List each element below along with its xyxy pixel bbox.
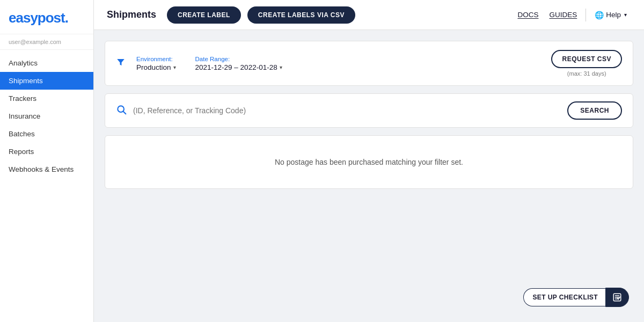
filter-bar: Environment: Production ▾ Date Range: 20… — [105, 41, 633, 86]
svg-line-1 — [123, 111, 126, 114]
environment-filter: Environment: Production ▾ — [136, 56, 176, 71]
sidebar-item-analytics[interactable]: Analytics — [0, 54, 93, 72]
logo-text: easypost. — [9, 10, 68, 26]
globe-icon: 🌐 — [595, 11, 604, 19]
environment-value: Production — [136, 63, 171, 71]
request-csv-button[interactable]: REQUEST CSV — [551, 50, 622, 68]
search-input[interactable] — [133, 106, 561, 115]
topbar: Shipments CREATE LABEL CREATE LABELS VIA… — [94, 0, 644, 30]
date-range-value: 2021-12-29 – 2022-01-28 — [195, 63, 277, 71]
sidebar-item-batches[interactable]: Batches — [0, 125, 93, 143]
content-area: Environment: Production ▾ Date Range: 20… — [94, 30, 644, 322]
sidebar-item-shipments[interactable]: Shipments — [0, 72, 93, 90]
sidebar-nav: Analytics Shipments Trackers Insurance B… — [0, 50, 93, 322]
search-bar: SEARCH — [105, 93, 633, 128]
user-email: user@example.com — [0, 34, 93, 50]
search-icon — [116, 104, 127, 118]
topbar-right: DOCS GUIDES 🌐 Help ▾ — [513, 9, 631, 21]
create-labels-csv-button[interactable]: CREATE LABELS VIA CSV — [247, 6, 355, 24]
empty-state: No postage has been purchased matching y… — [105, 135, 633, 189]
logo: easypost. — [0, 0, 93, 34]
checklist-fab[interactable]: SET UP CHECKLIST — [523, 288, 629, 307]
csv-max-days: (max: 31 days) — [567, 70, 606, 77]
create-label-button[interactable]: CREATE LABEL — [167, 6, 241, 24]
page-title: Shipments — [107, 9, 156, 20]
environment-chevron: ▾ — [173, 64, 176, 70]
empty-state-message: No postage has been purchased matching y… — [275, 158, 463, 166]
checklist-label-button[interactable]: SET UP CHECKLIST — [523, 288, 605, 306]
date-range-chevron: ▾ — [280, 64, 282, 70]
sidebar: easypost. user@example.com Analytics Shi… — [0, 0, 94, 322]
search-button[interactable]: SEARCH — [567, 101, 622, 120]
help-button[interactable]: 🌐 Help ▾ — [590, 9, 631, 21]
checklist-icon — [612, 292, 622, 302]
sidebar-item-webhooks[interactable]: Webhooks & Events — [0, 160, 93, 178]
date-range-label: Date Range: — [195, 56, 282, 62]
sidebar-item-trackers[interactable]: Trackers — [0, 90, 93, 107]
sidebar-item-reports[interactable]: Reports — [0, 143, 93, 160]
filter-icon — [116, 57, 126, 70]
csv-section: REQUEST CSV (max: 31 days) — [551, 50, 622, 77]
docs-link[interactable]: DOCS — [513, 9, 543, 21]
sidebar-item-insurance[interactable]: Insurance — [0, 107, 93, 125]
csv-wrapper: REQUEST CSV (max: 31 days) — [551, 50, 622, 77]
date-range-filter: Date Range: 2021-12-29 – 2022-01-28 ▾ — [195, 56, 282, 71]
chevron-down-icon: ▾ — [624, 12, 627, 18]
help-label: Help — [606, 11, 621, 19]
environment-label: Environment: — [136, 56, 176, 62]
main-content: Shipments CREATE LABEL CREATE LABELS VIA… — [94, 0, 644, 322]
checklist-icon-button[interactable] — [605, 288, 629, 307]
date-range-selector[interactable]: 2021-12-29 – 2022-01-28 ▾ — [195, 63, 282, 71]
guides-link[interactable]: GUIDES — [545, 9, 581, 21]
environment-selector[interactable]: Production ▾ — [136, 63, 176, 71]
topbar-divider — [586, 9, 586, 21]
